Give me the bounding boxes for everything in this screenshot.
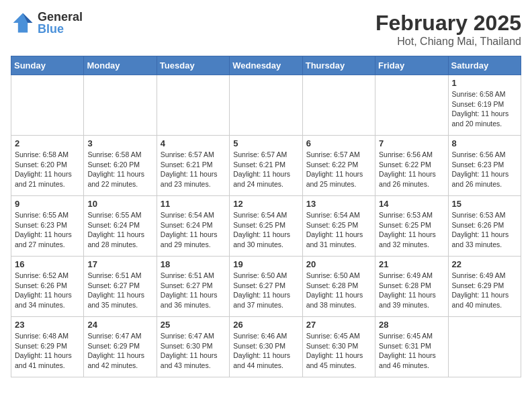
day-number: 26: [233, 320, 298, 330]
calendar-week-row: 1Sunrise: 6:58 AM Sunset: 6:19 PM Daylig…: [11, 75, 521, 136]
day-number: 1: [452, 78, 517, 88]
day-number: 9: [15, 199, 80, 209]
day-info: Sunrise: 6:55 AM Sunset: 6:23 PM Dayligh…: [15, 210, 80, 250]
title-area: February 2025 Hot, Chiang Mai, Thailand: [375, 11, 521, 48]
weekday-header-wednesday: Wednesday: [230, 56, 302, 75]
day-info: Sunrise: 6:58 AM Sunset: 6:20 PM Dayligh…: [87, 150, 152, 189]
day-number: 24: [87, 320, 152, 330]
day-number: 5: [233, 138, 298, 148]
day-info: Sunrise: 6:49 AM Sunset: 6:29 PM Dayligh…: [452, 271, 517, 310]
day-info: Sunrise: 6:52 AM Sunset: 6:26 PM Dayligh…: [15, 271, 80, 310]
calendar-day-18: 18Sunrise: 6:51 AM Sunset: 6:27 PM Dayli…: [157, 257, 229, 317]
weekday-header-sunday: Sunday: [11, 56, 84, 75]
calendar-day-7: 7Sunrise: 6:56 AM Sunset: 6:22 PM Daylig…: [375, 136, 448, 196]
calendar-empty-cell: [84, 75, 157, 136]
calendar-day-27: 27Sunrise: 6:45 AM Sunset: 6:30 PM Dayli…: [302, 317, 375, 377]
calendar-day-10: 10Sunrise: 6:55 AM Sunset: 6:24 PM Dayli…: [84, 196, 157, 257]
day-info: Sunrise: 6:54 AM Sunset: 6:24 PM Dayligh…: [161, 210, 226, 250]
day-number: 19: [233, 259, 298, 269]
day-info: Sunrise: 6:47 AM Sunset: 6:29 PM Dayligh…: [87, 331, 152, 371]
day-info: Sunrise: 6:45 AM Sunset: 6:31 PM Dayligh…: [379, 331, 444, 371]
day-number: 3: [87, 138, 152, 148]
day-number: 14: [379, 199, 444, 209]
calendar-day-20: 20Sunrise: 6:50 AM Sunset: 6:28 PM Dayli…: [302, 257, 375, 317]
calendar-day-1: 1Sunrise: 6:58 AM Sunset: 6:19 PM Daylig…: [448, 75, 521, 136]
calendar-empty-cell: [11, 75, 84, 136]
calendar-day-14: 14Sunrise: 6:53 AM Sunset: 6:25 PM Dayli…: [375, 196, 448, 257]
calendar-day-11: 11Sunrise: 6:54 AM Sunset: 6:24 PM Dayli…: [157, 196, 229, 257]
day-info: Sunrise: 6:50 AM Sunset: 6:27 PM Dayligh…: [233, 271, 298, 310]
logo-blue-text: Blue: [38, 23, 83, 35]
calendar-day-15: 15Sunrise: 6:53 AM Sunset: 6:26 PM Dayli…: [448, 196, 521, 257]
logo-icon: [11, 11, 35, 35]
day-info: Sunrise: 6:55 AM Sunset: 6:24 PM Dayligh…: [87, 210, 152, 250]
day-number: 28: [379, 320, 444, 330]
calendar-day-28: 28Sunrise: 6:45 AM Sunset: 6:31 PM Dayli…: [375, 317, 448, 377]
day-number: 15: [452, 199, 517, 209]
day-number: 7: [379, 138, 444, 148]
day-info: Sunrise: 6:57 AM Sunset: 6:21 PM Dayligh…: [233, 150, 298, 189]
day-info: Sunrise: 6:56 AM Sunset: 6:23 PM Dayligh…: [452, 150, 517, 189]
calendar-day-21: 21Sunrise: 6:49 AM Sunset: 6:28 PM Dayli…: [375, 257, 448, 317]
calendar-day-17: 17Sunrise: 6:51 AM Sunset: 6:27 PM Dayli…: [84, 257, 157, 317]
day-number: 21: [379, 259, 444, 269]
day-number: 10: [87, 199, 152, 209]
day-number: 27: [306, 320, 371, 330]
day-info: Sunrise: 6:57 AM Sunset: 6:21 PM Dayligh…: [161, 150, 226, 189]
weekday-header-thursday: Thursday: [302, 56, 375, 75]
calendar-day-3: 3Sunrise: 6:58 AM Sunset: 6:20 PM Daylig…: [84, 136, 157, 196]
calendar-empty-cell: [448, 317, 521, 377]
calendar-week-row: 23Sunrise: 6:48 AM Sunset: 6:29 PM Dayli…: [11, 317, 521, 377]
calendar-table: SundayMondayTuesdayWednesdayThursdayFrid…: [11, 56, 521, 377]
day-info: Sunrise: 6:53 AM Sunset: 6:26 PM Dayligh…: [452, 210, 517, 250]
day-number: 4: [161, 138, 226, 148]
weekday-header-monday: Monday: [84, 56, 157, 75]
calendar-day-5: 5Sunrise: 6:57 AM Sunset: 6:21 PM Daylig…: [230, 136, 302, 196]
day-info: Sunrise: 6:51 AM Sunset: 6:27 PM Dayligh…: [161, 271, 226, 310]
day-number: 20: [306, 259, 371, 269]
header: General Blue February 2025 Hot, Chiang M…: [11, 11, 521, 48]
day-info: Sunrise: 6:46 AM Sunset: 6:30 PM Dayligh…: [233, 331, 298, 371]
day-number: 13: [306, 199, 371, 209]
day-info: Sunrise: 6:58 AM Sunset: 6:20 PM Dayligh…: [15, 150, 80, 189]
day-info: Sunrise: 6:48 AM Sunset: 6:29 PM Dayligh…: [15, 331, 80, 371]
day-number: 2: [15, 138, 80, 148]
day-number: 23: [15, 320, 80, 330]
calendar-day-16: 16Sunrise: 6:52 AM Sunset: 6:26 PM Dayli…: [11, 257, 84, 317]
day-number: 18: [161, 259, 226, 269]
day-info: Sunrise: 6:49 AM Sunset: 6:28 PM Dayligh…: [379, 271, 444, 310]
calendar-day-2: 2Sunrise: 6:58 AM Sunset: 6:20 PM Daylig…: [11, 136, 84, 196]
weekday-header-tuesday: Tuesday: [157, 56, 229, 75]
calendar-day-19: 19Sunrise: 6:50 AM Sunset: 6:27 PM Dayli…: [230, 257, 302, 317]
month-title: February 2025: [375, 11, 521, 36]
day-info: Sunrise: 6:56 AM Sunset: 6:22 PM Dayligh…: [379, 150, 444, 189]
day-number: 17: [87, 259, 152, 269]
calendar-week-row: 9Sunrise: 6:55 AM Sunset: 6:23 PM Daylig…: [11, 196, 521, 257]
calendar-day-8: 8Sunrise: 6:56 AM Sunset: 6:23 PM Daylig…: [448, 136, 521, 196]
day-number: 12: [233, 199, 298, 209]
day-number: 25: [161, 320, 226, 330]
day-info: Sunrise: 6:54 AM Sunset: 6:25 PM Dayligh…: [306, 210, 371, 250]
logo: General Blue: [11, 11, 83, 35]
calendar-day-6: 6Sunrise: 6:57 AM Sunset: 6:22 PM Daylig…: [302, 136, 375, 196]
day-number: 22: [452, 259, 517, 269]
calendar-empty-cell: [302, 75, 375, 136]
weekday-header-row: SundayMondayTuesdayWednesdayThursdayFrid…: [11, 56, 521, 75]
calendar-day-24: 24Sunrise: 6:47 AM Sunset: 6:29 PM Dayli…: [84, 317, 157, 377]
calendar-day-25: 25Sunrise: 6:47 AM Sunset: 6:30 PM Dayli…: [157, 317, 229, 377]
day-info: Sunrise: 6:50 AM Sunset: 6:28 PM Dayligh…: [306, 271, 371, 310]
calendar-day-12: 12Sunrise: 6:54 AM Sunset: 6:25 PM Dayli…: [230, 196, 302, 257]
calendar-empty-cell: [230, 75, 302, 136]
day-info: Sunrise: 6:51 AM Sunset: 6:27 PM Dayligh…: [87, 271, 152, 310]
calendar-week-row: 2Sunrise: 6:58 AM Sunset: 6:20 PM Daylig…: [11, 136, 521, 196]
calendar-empty-cell: [157, 75, 229, 136]
calendar-empty-cell: [375, 75, 448, 136]
day-number: 8: [452, 138, 517, 148]
logo-text: General Blue: [38, 11, 83, 35]
logo-general-text: General: [38, 11, 83, 23]
day-info: Sunrise: 6:45 AM Sunset: 6:30 PM Dayligh…: [306, 331, 371, 371]
day-info: Sunrise: 6:54 AM Sunset: 6:25 PM Dayligh…: [233, 210, 298, 250]
day-number: 16: [15, 259, 80, 269]
calendar-day-22: 22Sunrise: 6:49 AM Sunset: 6:29 PM Dayli…: [448, 257, 521, 317]
day-info: Sunrise: 6:58 AM Sunset: 6:19 PM Dayligh…: [452, 89, 517, 129]
